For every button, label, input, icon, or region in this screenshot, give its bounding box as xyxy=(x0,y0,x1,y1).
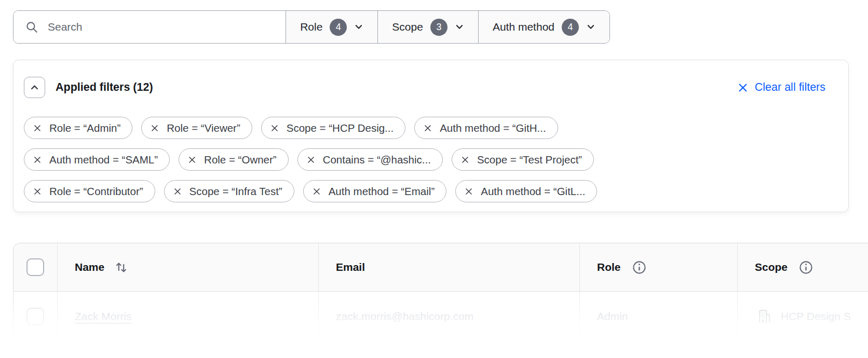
applied-filters-header: Applied filters (12) Clear all filters xyxy=(24,77,825,98)
filter-chip-role-contributor[interactable]: Role = “Contributor” xyxy=(24,180,155,202)
remove-filter-icon xyxy=(33,156,42,164)
org-icon xyxy=(755,307,774,326)
search-icon xyxy=(25,20,38,34)
filter-chip-label: Role = “Owner” xyxy=(204,154,277,166)
header-role-cell: Role xyxy=(579,243,737,291)
table-row: Zack Morris zack.morris@hashicorp.com Ad… xyxy=(13,292,868,341)
filter-chip-label: Scope = “HCP Desig... xyxy=(287,122,394,134)
column-header-email: Email xyxy=(336,261,365,273)
clear-all-filters-link[interactable]: Clear all filters xyxy=(738,81,825,94)
search-input[interactable] xyxy=(47,20,274,34)
filter-chip-label: Auth method = “Email” xyxy=(329,185,435,198)
remove-filter-icon xyxy=(424,124,432,132)
filter-chip-row: Auth method = “SAML” Role = “Owner” Cont… xyxy=(24,148,825,171)
dropdown-scope-count-badge: 3 xyxy=(430,19,447,36)
filter-chip-auth-method-saml[interactable]: Auth method = “SAML” xyxy=(24,148,170,171)
chevron-down-icon xyxy=(354,22,363,32)
filter-chip-label: Role = “Contributor” xyxy=(49,185,143,198)
filter-chip-row: Role = “Admin” Role = “Viewer” Scope = “… xyxy=(24,117,825,139)
row-scope-cell: HCP Design S xyxy=(737,292,868,341)
user-role: Admin xyxy=(597,310,628,323)
clear-all-filters-label: Clear all filters xyxy=(755,81,825,94)
filter-chip-auth-method-gitlab[interactable]: Auth method = “GitL... xyxy=(455,180,597,202)
filter-chip-label: Auth method = “GitL... xyxy=(481,185,585,198)
dropdown-auth-method-label: Auth method xyxy=(493,21,554,33)
header-select-cell xyxy=(13,243,57,291)
chevron-down-icon xyxy=(586,22,595,32)
filter-chip-row: Role = “Contributor” Scope = “Infra Test… xyxy=(24,180,825,202)
chevron-up-icon xyxy=(30,82,39,92)
remove-filter-icon xyxy=(33,187,42,196)
column-header-scope: Scope xyxy=(755,261,788,273)
filter-chip-scope-infra-test[interactable]: Scope = “Infra Test” xyxy=(164,180,294,202)
dropdown-auth-method[interactable]: Auth method 4 xyxy=(478,11,609,43)
dropdown-role-label: Role xyxy=(300,21,322,33)
row-email-cell: zack.morris@hashicorp.com xyxy=(318,292,579,341)
header-email-cell: Email xyxy=(318,243,579,291)
remove-filter-icon xyxy=(188,156,196,164)
dropdown-scope-label: Scope xyxy=(392,21,423,33)
filter-chip-label: Contains = “@hashic... xyxy=(323,154,431,166)
remove-filter-icon xyxy=(307,156,315,164)
sort-by-name-button[interactable]: Name xyxy=(75,260,128,274)
remove-filter-icon xyxy=(173,187,182,196)
row-select-cell xyxy=(13,292,57,341)
sort-icon xyxy=(115,260,128,274)
filter-toolbar: Role 4 Scope 3 Auth method 4 xyxy=(13,10,610,44)
applied-filters-title: Applied filters (12) xyxy=(56,81,153,94)
dropdown-scope[interactable]: Scope 3 xyxy=(377,11,478,43)
filter-chip-auth-method-github[interactable]: Auth method = “GitH... xyxy=(414,117,558,139)
remove-filter-icon xyxy=(33,124,42,132)
remove-filter-icon xyxy=(465,187,473,196)
filter-chip-contains-hashicorp[interactable]: Contains = “@hashic... xyxy=(297,148,443,171)
table-header-row: Name Email Role xyxy=(13,243,868,292)
filter-chip-label: Scope = “Test Project” xyxy=(477,154,582,166)
filter-chip-scope-test-project[interactable]: Scope = “Test Project” xyxy=(452,148,594,171)
filter-chip-label: Auth method = “GitH... xyxy=(440,122,546,134)
user-name-link[interactable]: Zack Morris xyxy=(75,310,132,323)
info-icon[interactable] xyxy=(798,259,814,276)
row-name-cell: Zack Morris xyxy=(57,292,318,341)
users-table: Name Email Role xyxy=(13,243,868,341)
clear-filters-icon xyxy=(738,82,748,93)
chevron-down-icon xyxy=(455,22,464,32)
filter-chips: Role = “Admin” Role = “Viewer” Scope = “… xyxy=(24,117,825,202)
select-all-checkbox[interactable] xyxy=(26,258,44,276)
remove-filter-icon xyxy=(461,156,469,164)
filter-chip-auth-method-email[interactable]: Auth method = “Email” xyxy=(303,180,447,202)
row-role-cell: Admin xyxy=(579,292,737,341)
filter-chip-role-admin[interactable]: Role = “Admin” xyxy=(24,117,132,139)
filter-chip-label: Scope = “Infra Test” xyxy=(189,185,282,198)
search-field[interactable] xyxy=(13,11,286,43)
remove-filter-icon xyxy=(313,187,321,196)
dropdown-role-count-badge: 4 xyxy=(330,19,347,36)
collapse-filters-button[interactable] xyxy=(24,77,45,98)
applied-filters-panel: Applied filters (12) Clear all filters R… xyxy=(13,60,849,212)
filter-chip-role-viewer[interactable]: Role = “Viewer” xyxy=(141,117,252,139)
header-scope-cell: Scope xyxy=(737,243,868,291)
filter-chip-label: Role = “Viewer” xyxy=(167,122,240,134)
info-icon[interactable] xyxy=(631,259,647,276)
remove-filter-icon xyxy=(270,124,279,132)
filter-chip-label: Role = “Admin” xyxy=(49,122,120,134)
column-header-name: Name xyxy=(75,261,104,273)
column-header-role: Role xyxy=(597,261,621,273)
filter-chip-scope-hcp-design[interactable]: Scope = “HCP Desig... xyxy=(261,117,405,139)
header-name-cell: Name xyxy=(57,243,318,291)
remove-filter-icon xyxy=(151,124,159,132)
row-checkbox[interactable] xyxy=(26,308,44,325)
filter-chip-role-owner[interactable]: Role = “Owner” xyxy=(179,148,289,171)
dropdown-role[interactable]: Role 4 xyxy=(286,11,377,43)
dropdown-auth-method-count-badge: 4 xyxy=(562,19,579,36)
user-scope: HCP Design S xyxy=(781,310,851,323)
filter-chip-label: Auth method = “SAML” xyxy=(49,154,158,166)
user-email: zack.morris@hashicorp.com xyxy=(336,310,473,323)
